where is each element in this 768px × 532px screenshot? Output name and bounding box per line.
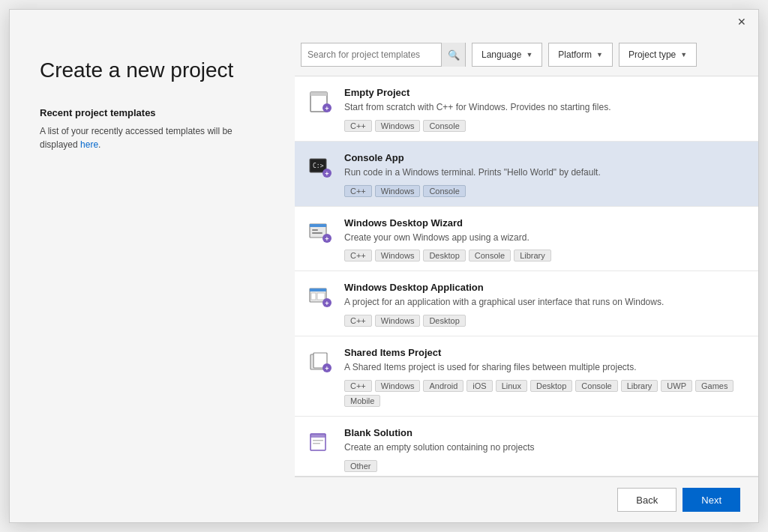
template-tags: C++WindowsConsole [344,120,746,132]
template-desc: A Shared Items project is used for shari… [344,361,746,374]
template-icon: C:> + [307,154,334,181]
tag: Desktop [423,250,465,262]
tag: Console [469,250,511,262]
svg-text:+: + [325,365,328,372]
tag: Windows [375,250,421,262]
template-desc: Run code in a Windows terminal. Prints "… [344,166,746,179]
tag: Windows [375,380,421,392]
svg-rect-10 [312,229,318,231]
tag: Desktop [530,380,572,392]
footer: Back Next [295,477,758,522]
template-item[interactable]: Blank SolutionCreate an empty solution c… [295,417,758,477]
svg-rect-1 [310,92,327,96]
template-desc: Create your own Windows app using a wiza… [344,232,746,244]
template-item[interactable]: + Windows Desktop WizardCreate your own … [295,207,758,272]
svg-rect-25 [310,434,326,438]
tag: Windows [375,185,421,197]
template-info: Windows Desktop ApplicationA project for… [344,282,746,327]
svg-rect-15 [310,288,326,291]
template-icon [307,429,334,456]
tag: Library [621,380,658,392]
svg-rect-17 [317,293,325,300]
svg-rect-27 [313,443,320,444]
tag: C++ [344,120,372,132]
tag: Desktop [423,315,465,327]
svg-rect-11 [312,232,322,234]
tag: UWP [661,380,692,392]
svg-rect-26 [313,440,323,441]
tag: Other [344,460,377,472]
svg-text:+: + [325,300,328,307]
search-button[interactable]: 🔍 [441,43,465,67]
page-title: Create a new project [40,58,271,83]
back-button[interactable]: Back [617,488,676,512]
language-dropdown[interactable]: Language ▼ [472,43,542,67]
toolbar: 🔍 Language ▼ Platform ▼ Project type ▼ [295,34,758,76]
template-tags: C++WindowsConsole [344,185,746,197]
svg-text:+: + [325,235,328,243]
tag: C++ [344,380,372,392]
tag: C++ [344,315,372,327]
tag: Console [423,185,465,197]
template-name: Shared Items Project [344,347,746,358]
search-input[interactable] [302,43,441,66]
template-info: Blank SolutionCreate an empty solution c… [344,427,746,472]
recent-desc: A list of your recently accessed templat… [40,124,271,151]
tag: Console [423,120,465,132]
template-name: Blank Solution [344,427,746,438]
language-chevron-icon: ▼ [526,51,532,58]
template-tags: C++WindowsDesktopConsoleLibrary [344,250,746,262]
template-tags: C++WindowsAndroidiOSLinuxDesktopConsoleL… [344,380,746,407]
tag: iOS [466,380,492,392]
project-type-chevron-icon: ▼ [680,51,687,58]
platform-dropdown[interactable]: Platform ▼ [548,43,613,67]
template-info: Empty ProjectStart from scratch with C++… [344,87,746,132]
svg-rect-16 [311,293,316,300]
template-icon: + [307,348,334,375]
svg-text:+: + [325,105,328,112]
template-desc: Create an empty solution containing no p… [344,441,746,454]
title-bar: ✕ [10,10,758,34]
close-button[interactable]: ✕ [731,11,752,32]
tag: Console [575,380,617,392]
template-desc: Start from scratch with C++ for Windows.… [344,101,746,114]
recent-desc-post: . [98,139,100,150]
template-icon: + [307,219,334,246]
template-icon: + [307,88,334,115]
tag: C++ [344,185,372,197]
search-box: 🔍 [301,43,466,67]
template-name: Console App [344,152,746,163]
template-item[interactable]: + Empty ProjectStart from scratch with C… [295,76,758,142]
template-info: Windows Desktop WizardCreate your own Wi… [344,217,746,262]
search-icon: 🔍 [448,49,460,61]
next-button[interactable]: Next [682,488,740,512]
template-name: Windows Desktop Application [344,282,746,293]
template-name: Windows Desktop Wizard [344,217,746,229]
svg-text:C:>: C:> [313,163,324,169]
recent-desc-link[interactable]: here [80,139,98,150]
tag: C++ [344,250,372,262]
template-item[interactable]: C:> + Console AppRun code in a Windows t… [295,142,758,207]
template-icon: + [307,283,334,310]
template-item[interactable]: + Shared Items ProjectA Shared Items pro… [295,336,758,417]
platform-label: Platform [558,49,592,60]
template-info: Console AppRun code in a Windows termina… [344,152,746,197]
tag: Mobile [344,395,380,407]
right-panel: 🔍 Language ▼ Platform ▼ Project type ▼ [295,34,758,522]
svg-text:+: + [325,170,328,178]
template-name: Empty Project [344,87,746,98]
svg-rect-9 [310,224,326,227]
tag: Library [514,250,551,262]
template-tags: Other [344,460,746,472]
project-type-dropdown[interactable]: Project type ▼ [619,43,697,67]
left-panel: Create a new project Recent project temp… [10,34,295,522]
tag: Android [423,380,464,392]
recent-heading: Recent project templates [40,107,271,118]
tag: Windows [375,315,421,327]
tag: Linux [496,380,527,392]
project-type-label: Project type [628,49,676,60]
template-info: Shared Items ProjectA Shared Items proje… [344,347,746,407]
template-item[interactable]: + Windows Desktop ApplicationA project f… [295,271,758,336]
tag: Games [695,380,734,392]
tag: Windows [375,120,421,132]
